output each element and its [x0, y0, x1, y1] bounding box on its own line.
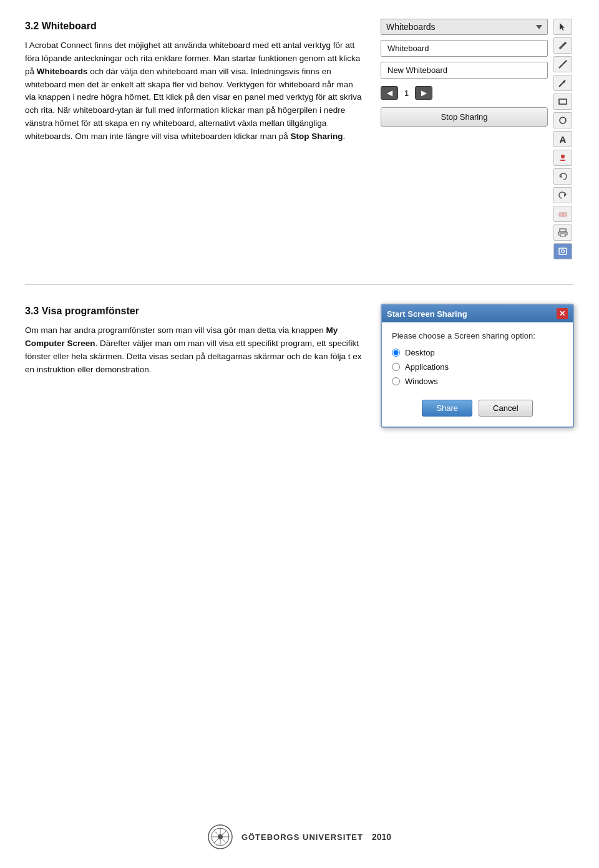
share-button[interactable]: Share	[422, 400, 472, 417]
section-divider	[25, 284, 574, 285]
whiteboard-item-1[interactable]: Whiteboard	[381, 40, 548, 57]
start-screen-sharing-dialog: Start Screen Sharing ✕ Please choose a S…	[381, 304, 574, 428]
section-32-heading: 3.2 Whiteboard	[25, 19, 362, 34]
whiteboards-dropdown[interactable]: Whiteboards	[381, 19, 548, 35]
option-applications[interactable]: Applications	[392, 362, 563, 372]
dialog-prompt: Please choose a Screen sharing option:	[392, 331, 563, 340]
screenshot-button[interactable]	[553, 243, 572, 259]
whiteboard-toolbar: A	[552, 19, 574, 259]
whiteboard-item-new[interactable]: New Whiteboard	[381, 62, 548, 79]
svg-rect-11	[560, 229, 566, 232]
whiteboard-nav-row: ◀ 1 ▶	[381, 86, 548, 100]
pencil-tool-button[interactable]	[553, 37, 572, 54]
dropdown-arrow-icon	[536, 25, 542, 29]
section-32: 3.2 Whiteboard I Acrobat Connect finns d…	[25, 19, 574, 259]
bold-my-computer-screen: My Computer Screen	[25, 326, 338, 348]
arrow-tool-button[interactable]	[553, 75, 572, 91]
whiteboard-prev-btn[interactable]: ◀	[381, 86, 398, 100]
page-footer: GÖTEBORGS UNIVERSITET 2010	[0, 824, 599, 849]
line-tool-button[interactable]	[553, 56, 572, 72]
radio-applications[interactable]	[392, 363, 400, 371]
page: 3.2 Whiteboard I Acrobat Connect finns d…	[0, 0, 599, 868]
svg-rect-6	[560, 160, 565, 161]
stamp-tool-button[interactable]	[553, 150, 572, 166]
section-33-heading: 3.3 Visa programfönster	[25, 304, 362, 319]
svg-point-4	[560, 117, 566, 123]
section-33: 3.3 Visa programfönster Om man har andra…	[25, 304, 574, 428]
whiteboard-panel: Whiteboards Whiteboard New Whiteboard ◀ …	[381, 19, 574, 259]
svg-point-15	[562, 250, 565, 253]
dialog-body: Please choose a Screen sharing option: D…	[382, 322, 573, 427]
radio-windows[interactable]	[392, 377, 400, 385]
option-desktop[interactable]: Desktop	[392, 348, 563, 357]
option-windows[interactable]: Windows	[392, 377, 563, 386]
dialog-title: Start Screen Sharing	[387, 309, 467, 319]
section-32-text: 3.2 Whiteboard I Acrobat Connect finns d…	[25, 19, 362, 259]
bold-stop: Stop Sharing	[290, 132, 343, 141]
footer-university: GÖTEBORGS UNIVERSITET	[241, 832, 363, 842]
dialog-wrapper: Start Screen Sharing ✕ Please choose a S…	[381, 304, 574, 428]
cursor-tool-button[interactable]	[553, 19, 572, 35]
dialog-titlebar: Start Screen Sharing ✕	[382, 305, 573, 322]
whiteboards-dropdown-label: Whiteboards	[386, 22, 436, 32]
undo-button[interactable]	[553, 168, 572, 185]
radio-desktop[interactable]	[392, 349, 400, 357]
bold-whiteboards: Whiteboards	[37, 67, 88, 76]
whiteboard-main: Whiteboards Whiteboard New Whiteboard ◀ …	[381, 19, 548, 259]
section-33-text: 3.3 Visa programfönster Om man har andra…	[25, 304, 362, 428]
whiteboard-next-btn[interactable]: ▶	[415, 86, 432, 100]
eraser-button[interactable]	[553, 206, 572, 222]
svg-rect-14	[559, 248, 567, 254]
print-button[interactable]	[553, 224, 572, 241]
university-logo	[208, 824, 233, 849]
whiteboard-page-num: 1	[402, 89, 411, 98]
cancel-button[interactable]: Cancel	[479, 400, 532, 417]
dialog-footer: Share Cancel	[392, 397, 563, 417]
stop-sharing-button[interactable]: Stop Sharing	[381, 107, 548, 127]
svg-line-0	[559, 60, 567, 68]
svg-rect-13	[560, 234, 565, 236]
section-32-body: I Acrobat Connect finns det möjighet att…	[25, 39, 362, 143]
dialog-close-button[interactable]: ✕	[557, 308, 568, 319]
circle-tool-button[interactable]	[553, 112, 572, 128]
text-tool-button[interactable]: A	[553, 131, 572, 147]
screen-sharing-options: Desktop Applications Windows	[392, 348, 563, 386]
redo-button[interactable]	[553, 187, 572, 203]
svg-point-5	[561, 155, 565, 158]
section-33-body: Om man har andra programfönster som man …	[25, 324, 362, 377]
svg-rect-3	[559, 99, 567, 104]
rectangle-tool-button[interactable]	[553, 94, 572, 110]
footer-year: 2010	[372, 832, 391, 842]
